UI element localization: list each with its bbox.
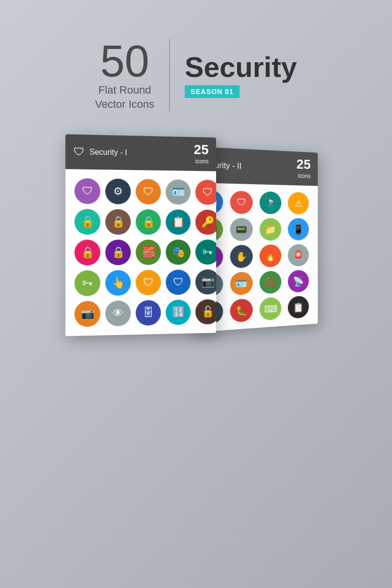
shield-heart-icon: 🛡 xyxy=(196,180,216,205)
header-left: 50 Flat Round Vector Icons xyxy=(95,39,170,111)
hand-icon: ✋ xyxy=(230,245,253,269)
firewall-icon: 🧱 xyxy=(136,240,161,265)
shield-x-icon: 🛡 xyxy=(166,270,191,295)
camera-icon: 📷 xyxy=(196,270,216,295)
shield-purple-icon: 🛡 xyxy=(74,178,100,204)
header-subtitle: Flat Round Vector Icons xyxy=(95,83,154,111)
id-card-icon: 🪪 xyxy=(166,179,191,205)
lock-teal-icon: 🔒 xyxy=(74,209,100,235)
id-badge-icon: 🪪 xyxy=(230,271,253,295)
shield-check-icon: 🛡 xyxy=(136,270,161,295)
card-front-title: Security - I xyxy=(90,147,194,158)
icon-count: 50 xyxy=(100,39,149,83)
list-icon: 📋 xyxy=(288,295,309,319)
eye-icon: 👁 xyxy=(105,300,131,326)
shield-red-icon: 🛡 xyxy=(230,191,253,214)
lock-pink-icon: 🔒 xyxy=(74,240,100,266)
phone-lock-icon: 📱 xyxy=(288,218,309,240)
lock-brown-icon: 🔒 xyxy=(105,209,131,235)
card-front-count: 25 icons xyxy=(194,143,209,166)
header-right: Security SEASON 01 xyxy=(170,53,297,98)
shield-split-icon: 🛡 xyxy=(136,179,161,204)
fire-icon: 🔥 xyxy=(260,245,282,268)
season-badge: SEASON 01 xyxy=(185,85,240,98)
keypad-icon: 🔢 xyxy=(166,299,191,325)
header-title: Security xyxy=(185,53,297,81)
folder-icon: 📁 xyxy=(260,218,282,241)
warning-icon: ⚠ xyxy=(288,192,309,215)
wifi-secure-icon: 📡 xyxy=(288,270,309,293)
binoculars-icon: 🔭 xyxy=(260,192,282,215)
camera-orange-icon: 📷 xyxy=(74,301,100,327)
no-entry-icon: 🚫 xyxy=(260,271,282,294)
bug-icon: 🐛 xyxy=(230,298,253,323)
cards-container: 🛡 Security - I 25 icons 🛡⚙🛡🪪🛡🔒🔒🔒📋🔑🔒🔒🧱🎭🗝🗝… xyxy=(0,136,392,335)
fingerprint-icon: 👆 xyxy=(105,270,131,296)
card-front: 🛡 Security - I 25 icons 🛡⚙🛡🪪🛡🔒🔒🔒📋🔑🔒🔒🧱🎭🗝🗝… xyxy=(66,134,217,336)
card-front-header: 🛡 Security - I 25 icons xyxy=(66,134,217,172)
gear-dark-icon: ⚙ xyxy=(105,178,131,204)
lock-circle-icon: 🔒 xyxy=(105,240,131,265)
page-header: 50 Flat Round Vector Icons Security SEAS… xyxy=(95,39,297,111)
key-green-icon: 🗝 xyxy=(74,270,100,296)
safe-icon: 🗄 xyxy=(136,300,161,326)
card-back-count: 25 icons xyxy=(296,158,311,180)
document-icon: 📋 xyxy=(166,210,191,235)
shield-icon: 🛡 xyxy=(74,146,84,159)
key-icon: 🗝 xyxy=(196,240,216,265)
lock-green-icon: 🔒 xyxy=(136,209,161,235)
alarm-icon: 🚨 xyxy=(288,244,309,267)
key-circle-icon: 🔑 xyxy=(196,210,216,235)
unlock-icon: 🔓 xyxy=(196,299,216,325)
keyboard-icon: ⌨ xyxy=(260,297,282,321)
mask-icon: 🎭 xyxy=(166,240,191,265)
card-front-grid: 🛡⚙🛡🪪🛡🔒🔒🔒📋🔑🔒🔒🧱🎭🗝🗝👆🛡🛡📷📷👁🗄🔢🔓 xyxy=(66,169,217,336)
server2-icon: 📟 xyxy=(230,218,253,241)
